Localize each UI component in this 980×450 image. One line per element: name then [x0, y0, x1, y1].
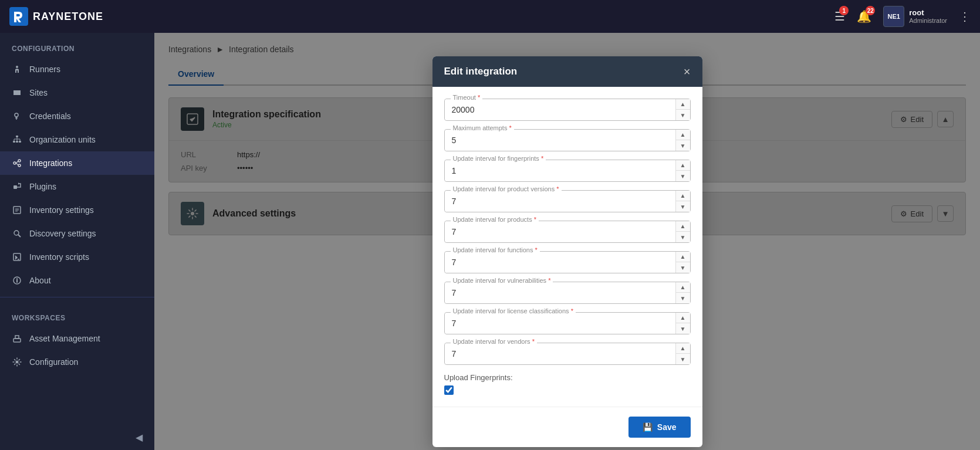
- sidebar-item-discovery-settings[interactable]: Discovery settings: [0, 222, 154, 245]
- svg-point-1: [16, 66, 18, 68]
- update-vendors-decrement[interactable]: ▼: [676, 354, 690, 364]
- max-attempts-label: Maximum attempts *: [451, 124, 514, 131]
- max-attempts-decrement[interactable]: ▼: [676, 140, 690, 151]
- update-license-classifications-decrement[interactable]: ▼: [676, 323, 690, 334]
- sidebar-item-label: Sites: [29, 88, 48, 97]
- update-functions-input[interactable]: [445, 252, 675, 273]
- config-icon: [12, 357, 22, 367]
- sidebar-item-label: Configuration: [29, 357, 78, 367]
- svg-point-2: [15, 113, 18, 117]
- svg-point-9: [18, 164, 21, 167]
- bell-icon-btn[interactable]: 🔔 22: [857, 9, 871, 23]
- max-attempts-field: Maximum attempts * ▲ ▼: [444, 129, 691, 151]
- update-functions-decrement[interactable]: ▼: [676, 262, 690, 273]
- about-icon: [12, 275, 22, 286]
- save-button[interactable]: 💾 Save: [628, 417, 691, 438]
- upload-fingerprints-checkbox[interactable]: [444, 385, 454, 395]
- integrations-icon: [12, 158, 22, 168]
- update-vendors-field: Update interval for vendors * ▲ ▼: [444, 343, 691, 365]
- main-layout: Configuration Runners Sites Credentials …: [0, 33, 980, 450]
- list-icon-btn[interactable]: ☰ 1: [834, 9, 845, 23]
- svg-rect-4: [13, 141, 15, 143]
- update-vendors-input[interactable]: [445, 343, 675, 364]
- svg-rect-3: [16, 136, 18, 137]
- sidebar-item-runners[interactable]: Runners: [0, 57, 154, 81]
- update-product-versions-increment[interactable]: ▲: [676, 191, 690, 201]
- sidebar-item-asset-management[interactable]: Asset Management: [0, 327, 154, 350]
- update-vulnerabilities-increment[interactable]: ▲: [676, 282, 690, 293]
- timeout-increment[interactable]: ▲: [676, 99, 690, 110]
- navbar: RAYNETONE ☰ 1 🔔 22 NE1 root Administrato…: [0, 0, 980, 33]
- update-fingerprints-field: Update interval for fingerprints * ▲ ▼: [444, 160, 691, 182]
- update-products-input[interactable]: [445, 221, 675, 242]
- update-vendors-label: Update interval for vendors *: [451, 338, 537, 345]
- more-options-btn[interactable]: ⋮: [959, 9, 971, 23]
- update-functions-increment[interactable]: ▲: [676, 252, 690, 262]
- sidebar-item-label: Discovery settings: [29, 229, 96, 238]
- timeout-label: Timeout *: [451, 94, 483, 101]
- configuration-section-label: Configuration: [0, 33, 154, 57]
- update-license-classifications-input[interactable]: [445, 313, 675, 334]
- sidebar-item-configuration-ws[interactable]: Configuration: [0, 350, 154, 374]
- svg-rect-10: [13, 185, 17, 189]
- sidebar-item-plugins[interactable]: Plugins: [0, 175, 154, 198]
- sidebar-item-label: Inventory settings: [29, 205, 94, 215]
- sidebar-item-integrations[interactable]: Integrations: [0, 151, 154, 175]
- modal-close-button[interactable]: ×: [684, 66, 691, 77]
- sidebar-collapse-btn[interactable]: ◀: [0, 425, 154, 450]
- max-attempts-increment[interactable]: ▲: [676, 130, 690, 140]
- update-vulnerabilities-decrement[interactable]: ▼: [676, 293, 690, 303]
- update-fingerprints-increment[interactable]: ▲: [676, 160, 690, 171]
- update-products-decrement[interactable]: ▼: [676, 232, 690, 242]
- user-menu[interactable]: NE1 root Administrator: [883, 6, 947, 27]
- update-product-versions-field: Update interval for product versions * ▲…: [444, 190, 691, 212]
- update-product-versions-input[interactable]: [445, 191, 675, 212]
- timeout-decrement[interactable]: ▼: [676, 110, 690, 120]
- discovery-icon: [12, 228, 22, 239]
- plugins-icon: [12, 181, 22, 192]
- update-vendors-increment[interactable]: ▲: [676, 343, 690, 354]
- timeout-input[interactable]: [445, 99, 675, 120]
- update-product-versions-decrement[interactable]: ▼: [676, 201, 690, 212]
- svg-rect-15: [13, 339, 21, 342]
- sidebar-item-label: Credentials: [29, 111, 71, 121]
- sidebar-divider: [0, 297, 154, 297]
- update-vulnerabilities-input[interactable]: [445, 282, 675, 303]
- update-fingerprints-label: Update interval for fingerprints *: [451, 155, 546, 162]
- asset-icon: [12, 333, 22, 344]
- sidebar-item-sites[interactable]: Sites: [0, 81, 154, 104]
- svg-point-17: [16, 361, 19, 364]
- avatar: NE1: [883, 6, 904, 27]
- max-attempts-input[interactable]: [445, 130, 675, 151]
- sidebar-item-inventory-settings[interactable]: Inventory settings: [0, 198, 154, 222]
- sidebar-item-credentials[interactable]: Credentials: [0, 104, 154, 128]
- org-icon: [12, 134, 22, 145]
- update-product-versions-label: Update interval for product versions *: [451, 185, 562, 192]
- inventory-settings-icon: [12, 205, 22, 215]
- user-role: Administrator: [909, 17, 947, 25]
- content-area: Integrations ► Integration details Overv…: [154, 33, 980, 450]
- save-icon: 💾: [643, 422, 653, 432]
- update-fingerprints-input[interactable]: [445, 160, 675, 181]
- update-products-increment[interactable]: ▲: [676, 221, 690, 232]
- sidebar-item-about[interactable]: About: [0, 269, 154, 292]
- svg-point-7: [13, 162, 16, 164]
- sidebar-item-org-units[interactable]: Organization units: [0, 128, 154, 151]
- sidebar-item-label: Runners: [29, 65, 60, 74]
- app-logo: RAYNETONE: [9, 7, 103, 26]
- sidebar-item-label: Integrations: [29, 158, 72, 168]
- sidebar-item-inventory-scripts[interactable]: Inventory scripts: [0, 245, 154, 269]
- user-name: root: [909, 8, 947, 18]
- more-icon: ⋮: [959, 9, 971, 23]
- update-license-classifications-field: Update interval for license classificati…: [444, 312, 691, 334]
- svg-rect-6: [19, 141, 21, 143]
- scripts-icon: [12, 252, 22, 262]
- update-license-classifications-label: Update interval for license classificati…: [451, 307, 576, 314]
- update-products-field: Update interval for products * ▲ ▼: [444, 221, 691, 243]
- sites-icon: [12, 87, 22, 98]
- update-license-classifications-increment[interactable]: ▲: [676, 313, 690, 323]
- update-fingerprints-decrement[interactable]: ▼: [676, 171, 690, 181]
- svg-rect-16: [15, 336, 19, 339]
- sidebar-item-label: Inventory scripts: [29, 252, 89, 262]
- update-functions-label: Update interval for functions *: [451, 246, 540, 253]
